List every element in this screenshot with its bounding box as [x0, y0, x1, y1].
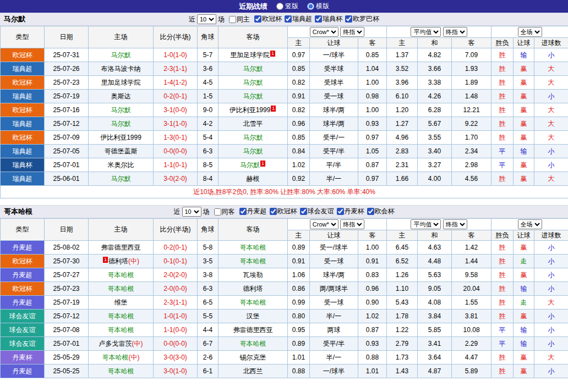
match-count-select[interactable]: 10 — [182, 207, 201, 217]
away-team[interactable]: 马尔默 — [219, 76, 288, 90]
away-team[interactable]: 北西兰 — [219, 365, 288, 378]
away-team[interactable]: 弗雷德里西亚 — [219, 323, 288, 337]
home-team[interactable]: 伊比利亚1999 — [89, 131, 154, 145]
home-team[interactable]: 哥本哈根 — [89, 310, 154, 323]
horizontal-radio[interactable] — [307, 3, 314, 10]
same-venue-filter[interactable]: 同客 — [211, 207, 235, 217]
home-team[interactable]: 奥斯达 — [89, 90, 154, 103]
home-team[interactable]: 弗雷德里西亚 — [89, 241, 154, 255]
away-team[interactable]: 哥本哈根 — [219, 296, 288, 310]
away-team[interactable]: 哥本哈根 — [219, 255, 288, 268]
league-filter-checkbox[interactable] — [337, 208, 344, 215]
score[interactable]: 3-1(0-0) — [154, 103, 198, 117]
league-filter-checkbox[interactable] — [367, 208, 374, 215]
away-team[interactable]: 哥本哈根 — [219, 337, 288, 351]
score[interactable]: 3-0(3-0) — [154, 351, 198, 365]
team-link[interactable]: 哥本哈根 — [108, 285, 134, 292]
league-filter[interactable]: 球会友谊 — [297, 207, 334, 216]
away-team[interactable]: 北雪平 — [219, 117, 288, 131]
team-link[interactable]: 哥本哈根 — [240, 244, 266, 251]
team-link[interactable]: 布洛马波卡纳 — [101, 65, 141, 73]
score[interactable]: 0-0(0-0) — [154, 337, 198, 351]
league-filter[interactable]: 欧冠杯 — [267, 207, 297, 216]
league-filter-checkbox[interactable] — [285, 15, 292, 23]
score[interactable]: 0-2(0-1) — [154, 241, 198, 255]
home-team[interactable]: 哥本哈根 — [89, 282, 154, 296]
league-filter[interactable]: 丹麦超 — [237, 207, 267, 216]
team-link[interactable]: 卢多戈雷茨 — [99, 340, 132, 347]
euro-company-select[interactable]: 平均值 — [411, 219, 441, 229]
home-team[interactable]: 1德利塔(中) — [89, 255, 154, 268]
same-venue-filter[interactable]: 同主 — [226, 15, 250, 24]
team-link[interactable]: 哥本哈根 — [240, 257, 266, 265]
score[interactable]: 0-1(0-1) — [154, 255, 198, 268]
team-link[interactable]: 哥本哈根 — [102, 354, 129, 361]
team-link[interactable]: 哥德堡盖斯 — [105, 147, 138, 155]
away-team[interactable]: 马尔默 — [219, 145, 288, 158]
team-link[interactable]: 伊比利亚1999 — [100, 134, 141, 141]
team-link[interactable]: 马尔默 — [243, 79, 263, 86]
home-team[interactable]: 哥本哈根(中) — [89, 351, 154, 365]
away-team[interactable]: 马尔默 — [219, 131, 288, 145]
home-team[interactable]: 哥本哈根 — [89, 268, 154, 282]
league-filter[interactable]: 瑞典杯 — [312, 14, 342, 24]
asia-company-select[interactable]: Crow* — [310, 219, 338, 229]
away-team[interactable]: 哥本哈根 — [219, 241, 288, 255]
score[interactable]: 2-3(1-1) — [154, 296, 198, 310]
league-filter[interactable]: 丹麦杯 — [334, 207, 364, 216]
team-link[interactable]: 汉堡 — [247, 312, 260, 320]
away-team[interactable]: 瓦埃勒 — [219, 268, 288, 282]
score[interactable]: 0-2(0-1) — [154, 90, 198, 103]
score[interactable]: 1-1(0-1) — [154, 158, 198, 172]
home-team[interactable]: 哥本哈根 — [89, 365, 154, 378]
score[interactable]: 1-1(0-0) — [154, 323, 198, 337]
league-filter[interactable]: 欧会杯 — [364, 207, 395, 216]
score[interactable]: 1-4(1-2) — [154, 76, 198, 90]
league-filter[interactable]: 欧冠杯 — [252, 14, 282, 24]
team-link[interactable]: 锡尔克堡 — [240, 354, 266, 361]
score[interactable]: 2-0(0-0) — [154, 282, 198, 296]
home-team[interactable]: 维堡 — [89, 296, 154, 310]
team-link[interactable]: 北西兰 — [243, 367, 263, 375]
score[interactable]: 3-0(1-0) — [154, 365, 198, 378]
home-team[interactable]: 马尔默 — [89, 48, 154, 62]
home-team[interactable]: 里加足球学院 — [89, 76, 154, 90]
away-team[interactable]: 马尔默 — [219, 62, 288, 76]
league-filter[interactable]: 欧罗巴杯 — [342, 14, 379, 24]
layout-horizontal-option[interactable]: 横版 — [307, 2, 329, 11]
asia-period-select[interactable]: 终指 — [340, 27, 364, 37]
team-link[interactable]: 弗雷德里西亚 — [233, 326, 273, 334]
score[interactable]: 2-3(1-1) — [154, 62, 198, 76]
league-filter-checkbox[interactable] — [254, 15, 261, 23]
home-team[interactable]: 卢多戈雷茨(中) — [89, 337, 154, 351]
league-filter-checkbox[interactable] — [239, 208, 247, 215]
same-venue-checkbox[interactable] — [229, 16, 236, 23]
home-team[interactable]: 马尔默 — [89, 103, 154, 117]
team-link[interactable]: 马尔默 — [111, 175, 131, 183]
away-team[interactable]: 赫根 — [219, 172, 288, 186]
team-link[interactable]: 哥本哈根 — [108, 271, 134, 279]
team-link[interactable]: 里加足球学院 — [101, 79, 141, 86]
league-filter-checkbox[interactable] — [270, 208, 277, 215]
team-link[interactable]: 伊比利亚1999 — [230, 106, 271, 114]
team-link[interactable]: 哥本哈根 — [240, 340, 266, 347]
team-link[interactable]: 哥本哈根 — [108, 326, 134, 334]
score[interactable]: 0-0(0-0) — [154, 145, 198, 158]
team-link[interactable]: 马尔默 — [111, 51, 131, 59]
league-filter[interactable]: 瑞典超 — [282, 14, 312, 24]
away-team[interactable]: 马尔默 — [219, 90, 288, 103]
team-link[interactable]: 马尔默 — [243, 65, 263, 73]
team-link[interactable]: 马尔默 — [240, 161, 260, 169]
team-link[interactable]: 赫根 — [247, 175, 260, 183]
score[interactable]: 1-3(0-1) — [154, 131, 198, 145]
score[interactable]: 1-0(1-0) — [154, 48, 198, 62]
team-link[interactable]: 维堡 — [114, 299, 128, 306]
score[interactable]: 3-0(2-0) — [154, 172, 198, 186]
team-link[interactable]: 马尔默 — [111, 106, 131, 114]
team-link[interactable]: 弗雷德里西亚 — [101, 244, 141, 251]
score[interactable]: 2-0(2-0) — [154, 268, 198, 282]
layout-vertical-option[interactable]: 竖版 — [276, 2, 298, 11]
team-link[interactable]: 德利塔 — [243, 285, 263, 292]
euro-company-select[interactable]: 平均值 — [411, 27, 441, 37]
team-link[interactable]: 马尔默 — [243, 147, 263, 155]
